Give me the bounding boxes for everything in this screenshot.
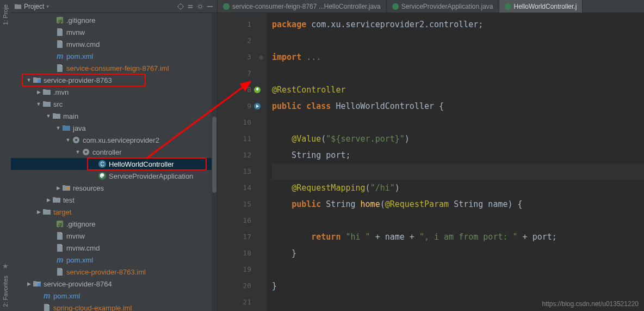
expand-arrow-icon[interactable]: ▶	[46, 197, 51, 203]
code-line[interactable]: import ...	[272, 49, 644, 65]
code-line[interactable]: @RestController	[272, 82, 644, 98]
tree-item-label: service-provider-8764	[44, 280, 112, 288]
tree-item-label: mvnw.cmd	[66, 244, 100, 252]
expand-arrow-icon[interactable]: ▶	[36, 89, 41, 95]
pkg-icon	[72, 136, 81, 144]
expand-arrow-icon[interactable]: ▶	[26, 281, 32, 286]
svg-text:m: m	[57, 52, 63, 60]
tree-item[interactable]: ▶mvnw.cmd	[11, 38, 217, 50]
code-line[interactable]: package com.xu.serviceprovider2.controll…	[272, 16, 644, 33]
tree-item-label: pom.xml	[66, 256, 93, 264]
gear-icon[interactable]	[196, 3, 204, 10]
tree-item[interactable]: ▼src	[11, 98, 217, 110]
editor-tab[interactable]: service-consumer-feign-8767 ...HelloCont…	[218, 0, 387, 13]
project-tree[interactable]: ▶.gi.gitignore▶mvnw▶mvnw.cmd▶mpom.xml▶se…	[11, 13, 217, 311]
expand-arrow-icon[interactable]: ▼	[75, 149, 81, 155]
spring-bean-icon[interactable]	[253, 86, 261, 94]
tree-item[interactable]: ▶.gi.gitignore	[11, 218, 217, 230]
code-line[interactable]: @Value("${server.port}")	[272, 131, 644, 147]
class-icon	[505, 3, 511, 10]
tree-item-label: java	[73, 124, 86, 132]
watermark: https://blog.csdn.net/u013521220	[542, 300, 639, 308]
tree-item[interactable]: ▼service-provider-8763	[11, 74, 217, 86]
code-line[interactable]	[272, 114, 644, 131]
expand-arrow-icon[interactable]: ▼	[26, 77, 32, 83]
tree-item[interactable]: ▶target	[11, 206, 217, 218]
file-icon	[55, 231, 64, 240]
editor-tab[interactable]: ServiceProviderApplication.java	[387, 0, 499, 13]
code-line[interactable]	[272, 163, 644, 180]
collapse-icon[interactable]	[187, 3, 194, 10]
rail-favorites[interactable]: 2: Favorites	[2, 273, 9, 309]
code-editor[interactable]: package com.xu.serviceprovider2.controll…	[267, 13, 644, 311]
tree-item[interactable]: ▶.mvn	[11, 86, 217, 98]
code-line[interactable]: public String home(@RequestParam String …	[272, 196, 644, 212]
code-line[interactable]: return "hi " + name + ", i am from port:…	[272, 229, 644, 245]
tree-item[interactable]: ▶service-provider-8764	[11, 278, 217, 290]
crosshair-icon[interactable]	[177, 3, 184, 10]
tree-item-label: target	[53, 208, 71, 216]
tree-item-label: .gitignore	[66, 16, 95, 25]
tree-item[interactable]: ▶mvnw.cmd	[11, 242, 217, 254]
tree-item[interactable]: ▶spring-cloud-example.iml	[11, 302, 217, 311]
svg-text:C: C	[100, 161, 104, 167]
module-icon	[33, 76, 41, 84]
m-icon: m	[42, 291, 51, 300]
code-line[interactable]	[272, 212, 644, 229]
fold-gutter[interactable]: ⊕	[256, 13, 267, 311]
tree-item-label: ServiceProviderApplication	[109, 172, 193, 180]
tree-item[interactable]: ▶.gi.gitignore	[11, 14, 217, 26]
tree-item[interactable]: ▼main	[11, 110, 217, 122]
tree-item[interactable]: ▶mpom.xml	[11, 50, 217, 62]
code-line[interactable]: }	[272, 278, 644, 294]
tree-scrollbar[interactable]	[212, 13, 217, 311]
code-line[interactable]	[272, 65, 644, 82]
class-icon	[223, 3, 230, 10]
folder-icon	[42, 208, 51, 216]
code-line[interactable]	[272, 261, 644, 278]
line-gutter[interactable]: 123789101112131415161718192021	[218, 13, 256, 311]
tree-item[interactable]: ▶test	[11, 194, 217, 206]
tree-item-label: controller	[92, 148, 121, 156]
expand-arrow-icon[interactable]: ▼	[65, 137, 71, 143]
tree-item[interactable]: ▶ServiceProviderApplication	[11, 170, 217, 182]
tree-item-label: resources	[73, 184, 104, 192]
expand-arrow-icon[interactable]: ▼	[46, 113, 51, 119]
expand-arrow-icon[interactable]: ▼	[36, 101, 41, 107]
srcfolder-icon	[62, 124, 71, 132]
code-line[interactable]	[272, 33, 644, 49]
spring-run-icon[interactable]	[253, 102, 261, 110]
tree-item[interactable]: ▶mvnw	[11, 26, 217, 38]
expand-arrow-icon[interactable]: ▼	[55, 125, 61, 131]
folder-icon	[42, 88, 51, 96]
tab-label: service-consumer-feign-8767 ...HelloCont…	[232, 3, 381, 10]
tree-item-label: spring-cloud-example.iml	[53, 304, 132, 312]
code-line[interactable]: public class HelloWorldController {	[272, 98, 644, 114]
expand-arrow-icon[interactable]: ▶	[55, 185, 61, 191]
code-line[interactable]: @RequestMapping("/hi")	[272, 180, 644, 196]
tree-item-label: src	[53, 100, 63, 108]
expand-arrow-icon[interactable]: ▶	[36, 209, 41, 215]
file-icon	[55, 64, 64, 72]
tree-item[interactable]: ▶mpom.xml	[11, 290, 217, 302]
code-line[interactable]: String port;	[272, 147, 644, 163]
tree-item-label: mvnw	[66, 232, 85, 240]
tree-item[interactable]: ▶service-consumer-feign-8767.iml	[11, 62, 217, 74]
tree-item[interactable]: ▶mpom.xml	[11, 254, 217, 266]
editor-tab[interactable]: HelloWorldController.j	[499, 0, 583, 13]
tree-item-label: service-provider-8763	[44, 76, 112, 84]
hide-icon[interactable]	[206, 3, 214, 10]
tree-item[interactable]: ▶CHelloWorldController	[11, 158, 217, 170]
folder-icon	[14, 3, 22, 10]
tree-item[interactable]: ▼com.xu.serviceprovider2	[11, 134, 217, 146]
rail-project[interactable]: 1: Proje	[2, 2, 9, 27]
tree-item[interactable]: ▶mvnw	[11, 230, 217, 242]
tree-item[interactable]: ▶service-provider-8763.iml	[11, 266, 217, 278]
tree-item[interactable]: ▼controller	[11, 146, 217, 158]
tree-item[interactable]: ▼java	[11, 122, 217, 134]
code-line[interactable]: }	[272, 245, 644, 261]
tree-item[interactable]: ▶resources	[11, 182, 217, 194]
editor-tabs: service-consumer-feign-8767 ...HelloCont…	[218, 0, 644, 13]
class-icon: C	[98, 160, 107, 168]
svg-point-1	[199, 5, 201, 8]
